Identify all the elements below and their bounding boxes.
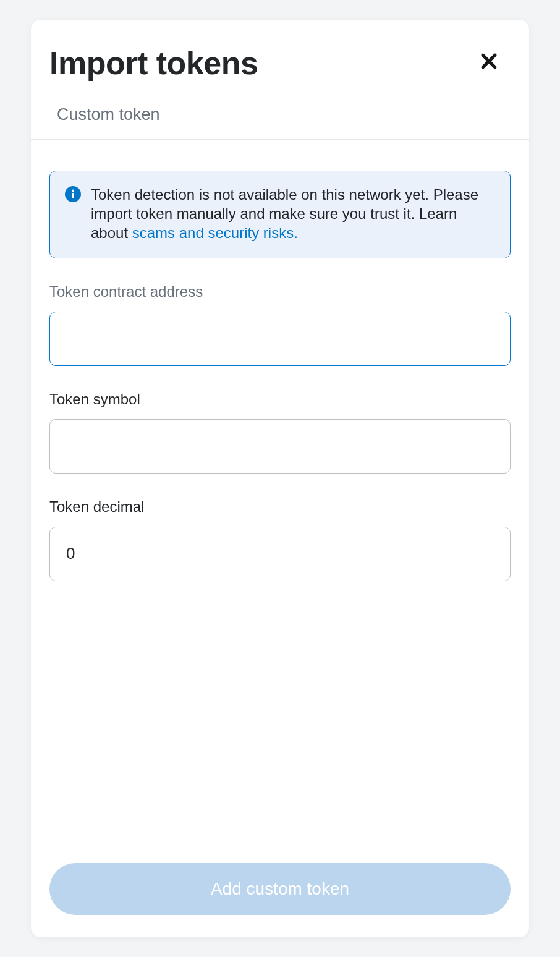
add-custom-token-button[interactable]: Add custom token [49,863,511,915]
scams-link[interactable]: scams and security risks. [132,224,298,241]
page-title: Import tokens [49,45,258,82]
field-group-symbol: Token symbol [49,391,511,474]
svg-rect-1 [72,193,74,198]
tab-custom-token[interactable]: Custom token [31,96,529,140]
modal-header: Import tokens [31,20,529,96]
decimal-label: Token decimal [49,498,511,516]
close-button[interactable] [476,48,502,74]
address-label: Token contract address [49,283,511,300]
symbol-label: Token symbol [49,391,511,408]
info-icon [65,186,81,205]
info-text: Token detection is not available on this… [91,185,495,243]
address-input[interactable] [49,312,511,366]
decimal-input[interactable] [49,527,511,581]
import-tokens-modal: Import tokens Custom token Token detecti… [31,20,529,937]
field-group-address: Token contract address [49,283,511,366]
symbol-input[interactable] [49,419,511,474]
field-group-decimal: Token decimal [49,498,511,581]
svg-point-2 [72,190,74,192]
close-icon [478,51,499,72]
modal-footer: Add custom token [31,844,529,937]
modal-body: Token detection is not available on this… [31,140,529,844]
info-banner: Token detection is not available on this… [49,171,511,258]
